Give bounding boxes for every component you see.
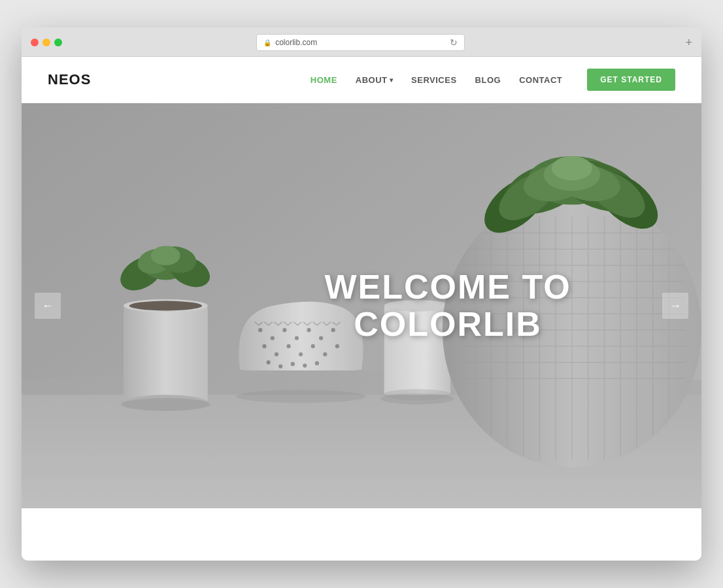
get-started-button[interactable]: GET STARTED bbox=[587, 69, 675, 91]
browser-window: 🔒 colorlib.com ↻ + NEOS HOME ABOUT ▾ bbox=[22, 27, 701, 561]
site-navigation: NEOS HOME ABOUT ▾ SERVICES BLOG bbox=[22, 57, 701, 103]
new-tab-button[interactable]: + bbox=[685, 36, 692, 50]
minimize-button[interactable] bbox=[42, 39, 50, 46]
hero-title: WELCOME TO COLORLIB bbox=[324, 269, 571, 343]
hero-slider: WELCOME TO COLORLIB ← → bbox=[22, 103, 701, 508]
url-text: colorlib.com bbox=[275, 38, 317, 47]
chevron-down-icon: ▾ bbox=[390, 76, 394, 84]
refresh-button[interactable]: ↻ bbox=[450, 37, 458, 48]
slider-next-button[interactable]: → bbox=[662, 293, 688, 319]
site-logo[interactable]: NEOS bbox=[48, 71, 91, 88]
close-button[interactable] bbox=[31, 39, 39, 46]
lock-icon: 🔒 bbox=[263, 39, 271, 46]
nav-blog[interactable]: BLOG bbox=[475, 75, 501, 85]
slider-prev-button[interactable]: ← bbox=[35, 293, 61, 319]
nav-about[interactable]: ABOUT ▾ bbox=[356, 75, 393, 85]
hero-text: WELCOME TO COLORLIB bbox=[324, 269, 571, 343]
nav-services[interactable]: SERVICES bbox=[411, 75, 457, 85]
nav-contact[interactable]: CONTACT bbox=[519, 75, 562, 85]
window-controls bbox=[31, 39, 62, 46]
browser-chrome: 🔒 colorlib.com ↻ + bbox=[22, 27, 701, 57]
address-bar[interactable]: 🔒 colorlib.com ↻ bbox=[256, 34, 465, 51]
nav-links: HOME ABOUT ▾ SERVICES BLOG CONTACT bbox=[311, 69, 675, 91]
below-fold bbox=[22, 508, 701, 561]
maximize-button[interactable] bbox=[54, 39, 62, 46]
website-body: NEOS HOME ABOUT ▾ SERVICES BLOG bbox=[22, 57, 701, 561]
nav-home[interactable]: HOME bbox=[311, 75, 337, 85]
